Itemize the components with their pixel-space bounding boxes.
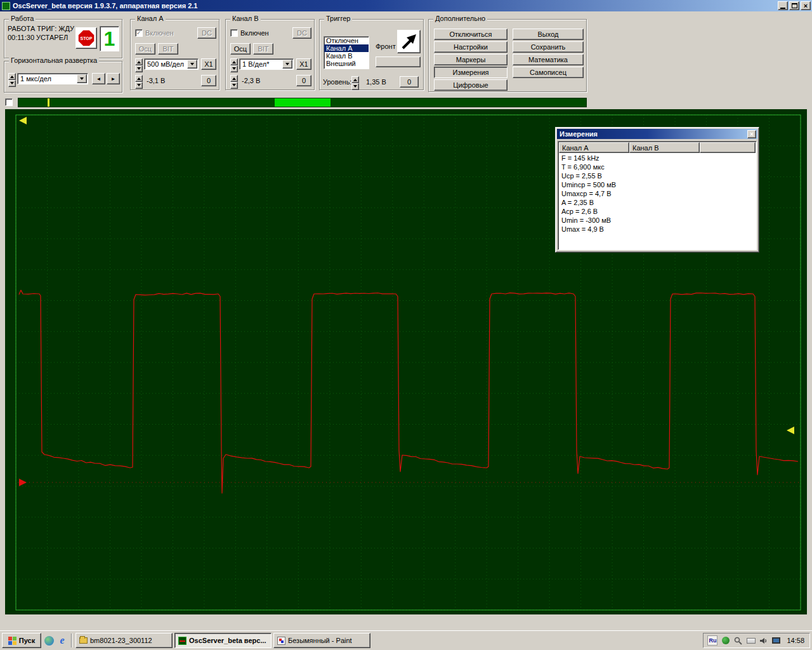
language-indicator[interactable]: Ru <box>707 635 717 646</box>
sweep-right-button[interactable]: ► <box>107 73 120 84</box>
dropdown-arrow-icon[interactable] <box>187 60 197 69</box>
group-channel-a-caption: Канал A <box>135 15 166 23</box>
measurement-row: Umin = -300 мВ <box>560 216 755 225</box>
channel-a-dc-button[interactable]: DC <box>197 27 216 39</box>
trigger-source-option[interactable]: Внешний <box>324 60 369 67</box>
trigger-level-spinner[interactable] <box>351 76 359 88</box>
measurements-close-button[interactable]: × <box>747 130 756 138</box>
group-trigger: Триггер Отключен Канал A Канал B Внешний… <box>319 19 424 90</box>
group-channel-b-caption: Канал B <box>230 15 261 23</box>
channel-a-offset-value: -3,1 В <box>147 77 165 84</box>
titlebar[interactable]: OscServer_beta версия 1.9.3.7, аппаратна… <box>0 0 812 11</box>
exit-button[interactable]: Выход <box>513 29 584 40</box>
start-button[interactable]: Пуск <box>2 633 41 648</box>
measurement-row: Umaxср = 4,7 В <box>560 189 755 198</box>
up-arrow-icon <box>137 59 141 63</box>
minimize-button[interactable] <box>778 1 788 10</box>
channel-a-offset-spinner[interactable] <box>135 75 143 86</box>
trigger-zero-button[interactable]: 0 <box>400 76 419 88</box>
group-extras-caption: Дополнительно <box>433 15 487 23</box>
markers-button[interactable]: Маркеры <box>434 54 508 65</box>
measurements-titlebar[interactable]: Измерения × <box>557 129 757 139</box>
tray-keyboard-icon[interactable] <box>746 636 756 646</box>
sweep-left-button[interactable]: ◄ <box>92 73 105 84</box>
settings-button[interactable]: Настройки <box>434 41 508 53</box>
down-arrow-icon <box>137 67 141 72</box>
channel-a-zero-button[interactable]: 0 <box>201 75 216 86</box>
sweep-select[interactable]: 1 мкс/дел <box>17 73 88 84</box>
channel-b-bit-button[interactable]: BIT <box>253 43 273 55</box>
taskbar: Пуск e bm8021-23_300112 OscServer_beta в… <box>0 630 812 650</box>
column-header-channel-a[interactable]: Канал A <box>559 142 629 153</box>
channel-b-zero-button[interactable]: 0 <box>296 75 311 86</box>
recorder-button[interactable]: Самописец <box>513 67 584 78</box>
measurements-window[interactable]: Измерения × Канал A Канал B F = 145 kHz … <box>555 127 759 253</box>
sweep-value: 1 мкс/дел <box>18 75 77 83</box>
column-header-filler <box>700 142 756 153</box>
trigger-source-list[interactable]: Отключен Канал A Канал B Внешний <box>324 36 369 69</box>
taskbar-task-bm8021[interactable]: bm8021-23_300112 <box>75 633 173 648</box>
maximize-icon <box>792 3 797 8</box>
run-indicator: 1 <box>100 26 119 51</box>
channel-b-enabled-checkbox[interactable] <box>230 29 238 37</box>
math-button[interactable]: Математика <box>513 54 584 65</box>
channel-a-enabled-checkbox[interactable] <box>135 29 143 37</box>
channel-b-dc-button[interactable]: DC <box>292 27 311 39</box>
measurement-row: Uср = 2,55 В <box>560 171 755 180</box>
column-header-channel-b[interactable]: Канал B <box>629 142 700 153</box>
tray-display-icon[interactable] <box>771 636 781 646</box>
position-bar[interactable] <box>18 98 587 107</box>
trigger-source-option[interactable]: Канал A <box>324 44 369 52</box>
taskbar-task-oscserver[interactable]: OscServer_beta верс... <box>174 633 272 648</box>
channel-b-mult-button[interactable]: X1 <box>296 58 311 70</box>
trigger-source-option[interactable]: Отключен <box>324 37 369 44</box>
channel-a-scale-spinner[interactable] <box>135 58 143 70</box>
save-button[interactable]: Сохранить <box>513 41 584 53</box>
down-arrow-icon <box>232 84 236 88</box>
stop-button[interactable]: STOP <box>75 27 97 49</box>
measurements-rows: F = 145 kHz T = 6,900 мкс Uср = 2,55 В U… <box>560 154 755 234</box>
position-segment[interactable] <box>275 98 331 107</box>
sweep-spinner-down[interactable] <box>8 80 16 87</box>
position-tick[interactable] <box>48 98 49 107</box>
quicklaunch-globe-icon[interactable] <box>43 635 55 646</box>
quicklaunch-ie-icon[interactable]: e <box>56 635 68 646</box>
measurements-button[interactable]: Измерения <box>434 67 508 78</box>
digital-button[interactable]: Цифровые <box>434 79 508 91</box>
group-channel-a: Канал A Включен DC Осц BIT 500 мВ/дел X1… <box>130 19 219 90</box>
paint-icon <box>277 637 285 645</box>
measurement-row: T = 6,900 мкс <box>560 162 755 171</box>
tray-antivirus-icon[interactable] <box>721 636 730 646</box>
channel-b-scale-select[interactable]: 1 В/дел* <box>239 58 294 70</box>
trigger-level-label: Уровень: <box>323 78 351 86</box>
dropdown-arrow-icon[interactable] <box>282 60 292 69</box>
channel-b-scale-spinner[interactable] <box>230 58 238 70</box>
uptime-status-text: 00:11:30 УСТАРЕЛ <box>8 34 68 41</box>
group-trigger-caption: Триггер <box>324 15 352 23</box>
channel-b-osc-button[interactable]: Осц <box>230 43 251 55</box>
trigger-edge-button[interactable] <box>397 30 421 53</box>
taskbar-separator <box>71 633 72 647</box>
close-button[interactable]: × <box>801 1 811 10</box>
tray-search-icon[interactable] <box>733 636 743 646</box>
disconnect-button[interactable]: Отключиться <box>434 29 508 40</box>
measurements-list: Канал A Канал B F = 145 kHz T = 6,900 мк… <box>558 141 757 250</box>
tray-volume-icon[interactable] <box>759 636 768 646</box>
stop-sign-icon: STOP <box>77 29 95 47</box>
dropdown-arrow-icon[interactable] <box>77 74 87 83</box>
sweep-spinner[interactable] <box>8 73 16 84</box>
taskbar-task-paint[interactable]: Безымянный - Paint <box>273 633 370 648</box>
position-checkbox[interactable] <box>5 98 13 106</box>
maximize-button[interactable] <box>789 1 799 10</box>
up-arrow-icon <box>353 77 357 81</box>
sweep-spinner-up[interactable] <box>8 73 16 80</box>
channel-a-enabled-label: Включен <box>145 29 174 37</box>
channel-b-offset-spinner[interactable] <box>230 75 238 86</box>
channel-a-bit-button[interactable]: BIT <box>158 43 178 55</box>
channel-a-mult-button[interactable]: X1 <box>201 58 216 70</box>
channel-a-scale-select[interactable]: 500 мВ/дел <box>144 58 199 70</box>
svg-text:STOP: STOP <box>81 36 93 41</box>
trigger-mode-button[interactable] <box>376 56 421 67</box>
trigger-source-option[interactable]: Канал B <box>324 52 369 60</box>
channel-a-osc-button[interactable]: Осц <box>135 43 155 55</box>
